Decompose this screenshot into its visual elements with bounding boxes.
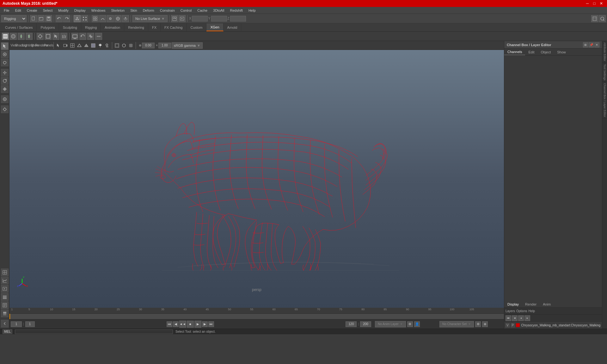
viewport-3d[interactable]: persp Y X Z [9, 50, 504, 308]
xgen-tool-6[interactable] [45, 33, 52, 40]
layers-tab-anim[interactable]: Anim [540, 301, 554, 307]
char-set-btn[interactable]: 👤 [414, 321, 420, 327]
menu-3dtool[interactable]: 3DtoAll [211, 7, 227, 14]
vp-wireframe-btn[interactable] [76, 42, 83, 49]
vp-camera-btn[interactable] [62, 42, 69, 49]
tab-fx-caching[interactable]: FX Caching [161, 23, 187, 31]
vp-layout-btn[interactable] [69, 42, 76, 49]
prev-frame-btn[interactable]: ◀ [173, 321, 179, 327]
workflow-selector[interactable]: Rigging Modeling Animation Rendering FX [1, 15, 27, 22]
render-settings-btn[interactable] [171, 15, 178, 22]
tool-settings-edge-label[interactable]: Tool Settings [602, 63, 607, 82]
y-input[interactable] [211, 16, 227, 21]
tab-xgen[interactable]: XGen [206, 23, 223, 31]
vp-menu-lighting[interactable]: Lighting [25, 42, 31, 49]
vp-texture-btn[interactable] [90, 42, 96, 49]
vp-grid-btn[interactable] [128, 42, 134, 49]
move-tool-btn[interactable] [1, 69, 9, 76]
menu-windows[interactable]: Windows [89, 7, 108, 14]
paint-select-btn[interactable] [1, 51, 9, 58]
xgen-tool-1[interactable] [2, 33, 9, 40]
render-view-left-btn[interactable] [1, 285, 9, 293]
tab-curves-surfaces[interactable]: Curves / Surfaces [1, 23, 37, 31]
render-view-btn[interactable] [179, 15, 186, 22]
go-to-end-btn[interactable]: ⏭ [208, 321, 214, 327]
tab-rigging[interactable]: Rigging [81, 23, 101, 31]
minimize-button[interactable]: ─ [584, 1, 591, 6]
universal-manip-btn[interactable] [1, 95, 9, 103]
options-label[interactable]: Options [516, 309, 527, 313]
menu-skin[interactable]: Skin [128, 7, 139, 14]
end-frame-input[interactable] [346, 321, 357, 327]
layer-entry[interactable]: V P Chrysocyon_Walking_mb_standart:Chrys… [504, 322, 602, 329]
channel-box-pin-btn[interactable]: 📌 [589, 42, 594, 47]
vp-isolate-btn[interactable] [121, 42, 127, 49]
menu-deform[interactable]: Deform [140, 7, 157, 14]
channel-box-float-btn[interactable]: ⊞ [583, 42, 588, 47]
menu-control[interactable]: Control [178, 7, 194, 14]
select-by-hierarchy-btn[interactable] [74, 15, 81, 22]
maximize-button[interactable]: □ [591, 1, 598, 6]
render-global-btn[interactable] [591, 15, 598, 22]
select-by-component-btn[interactable] [81, 15, 88, 22]
help-label[interactable]: Help [528, 309, 535, 313]
layer-nav-next2-btn[interactable]: ▸ [524, 315, 530, 321]
x-input[interactable] [192, 16, 208, 21]
char-set-extra-btn[interactable]: ⊕ [482, 321, 488, 327]
tab-sculpting[interactable]: Sculpting [59, 23, 81, 31]
xgen-tool-5[interactable] [37, 33, 44, 40]
tab-rendering[interactable]: Rendering [124, 23, 148, 31]
quick-sel-btn[interactable] [599, 15, 606, 22]
attribute-editor-edge-label[interactable]: Attribute Editor [602, 41, 607, 63]
tab-animation[interactable]: Animation [101, 23, 124, 31]
menu-file[interactable]: File [1, 7, 12, 14]
channel-tab-edit[interactable]: Edit [525, 49, 537, 55]
xgen-rotate-btn[interactable] [79, 33, 86, 40]
xgen-comb-btn[interactable] [60, 33, 67, 40]
vp-xray-btn[interactable] [114, 42, 120, 49]
next-frame-btn[interactable]: ▶ [202, 321, 208, 327]
vp-select-btn[interactable] [55, 42, 62, 49]
snap-to-grid-btn[interactable] [92, 15, 99, 22]
close-button[interactable]: ✕ [598, 1, 604, 6]
layer-nav-prev2-btn[interactable]: ◂ [518, 315, 524, 321]
menu-skeleton[interactable]: Skeleton [108, 7, 127, 14]
menu-edit[interactable]: Edit [13, 7, 24, 14]
menu-help[interactable]: Help [246, 7, 258, 14]
layer-nav-prev-btn[interactable]: ◄ [512, 315, 518, 321]
timeline[interactable] [9, 313, 504, 319]
vp-menu-panels[interactable]: Panels [46, 42, 52, 49]
redo-btn[interactable] [63, 15, 70, 22]
quick-layout-btn[interactable] [1, 269, 9, 276]
stop-btn[interactable]: ■ [187, 321, 194, 328]
channel-tab-channels[interactable]: Channels [504, 49, 525, 55]
xgen-tool-3[interactable] [18, 33, 25, 40]
attribute-editor-left-btn[interactable] [1, 301, 9, 309]
exposure-input[interactable] [142, 43, 155, 48]
layers-tab-render[interactable]: Render [522, 301, 540, 307]
anim-end-input[interactable] [360, 321, 371, 327]
vp-shadows-btn[interactable] [104, 42, 110, 49]
channel-tab-show[interactable]: Show [554, 49, 569, 55]
lasso-select-btn[interactable] [1, 59, 9, 66]
tab-polygons[interactable]: Polygons [37, 23, 59, 31]
rotate-tool-btn[interactable] [1, 77, 9, 85]
anim-layer-settings-btn[interactable]: ⚙ [407, 321, 413, 327]
vp-solid-btn[interactable] [83, 42, 89, 49]
snap-to-surface-btn[interactable] [122, 15, 129, 22]
layers-tab-display[interactable]: Display [504, 301, 522, 307]
collapse-left-btn[interactable] [1, 320, 9, 327]
menu-create[interactable]: Create [24, 7, 40, 14]
snap-to-view-btn[interactable] [114, 15, 121, 22]
menu-modify[interactable]: Modify [56, 7, 71, 14]
gamma-input[interactable] [158, 43, 171, 48]
play-back-btn[interactable]: ◄◄ [179, 321, 186, 328]
xgen-more-btn[interactable] [95, 33, 102, 40]
scale-tool-btn[interactable] [1, 85, 9, 93]
snap-to-curve-btn[interactable] [99, 15, 106, 22]
mel-command-input[interactable] [15, 330, 173, 334]
xgen-scale-btn[interactable] [87, 33, 94, 40]
no-char-set-display[interactable]: No Character Set ▼ [439, 321, 474, 327]
channel-box-edge-label[interactable]: Channel Box / Layer Editor [602, 82, 607, 119]
menu-select[interactable]: Select [40, 7, 55, 14]
